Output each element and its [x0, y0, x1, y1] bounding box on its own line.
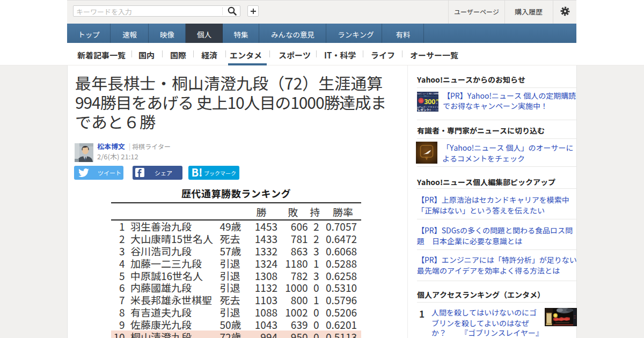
svg-text:エントリー 必要: エントリー 必要: [428, 109, 438, 111]
svg-text:円: 円: [436, 98, 439, 102]
svg-text:分: 分: [436, 102, 438, 105]
